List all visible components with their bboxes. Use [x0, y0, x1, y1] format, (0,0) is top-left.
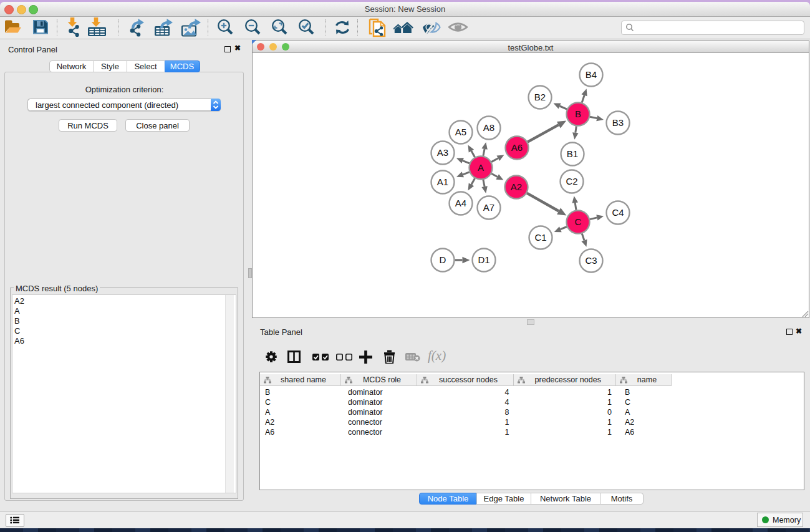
svg-text:B3: B3: [612, 117, 624, 128]
svg-text:A: A: [478, 162, 484, 173]
svg-text:A2: A2: [511, 181, 522, 192]
svg-text:A7: A7: [483, 202, 494, 213]
svg-text:C2: C2: [566, 176, 577, 186]
svg-text:B4: B4: [586, 69, 597, 80]
svg-text:B2: B2: [534, 92, 546, 102]
svg-text:B1: B1: [567, 148, 578, 159]
svg-text:A6: A6: [511, 142, 523, 153]
svg-text:B: B: [575, 109, 581, 119]
svg-text:A4: A4: [455, 198, 466, 208]
svg-text:D: D: [440, 254, 446, 265]
svg-text:D1: D1: [478, 254, 489, 265]
svg-text:A1: A1: [437, 177, 448, 187]
svg-text:A5: A5: [455, 127, 466, 137]
svg-text:A8: A8: [483, 122, 494, 133]
svg-text:C: C: [575, 216, 582, 227]
svg-text:C1: C1: [534, 232, 546, 243]
svg-text:C3: C3: [585, 255, 597, 266]
svg-text:A3: A3: [437, 147, 448, 158]
svg-text:C4: C4: [612, 207, 624, 218]
